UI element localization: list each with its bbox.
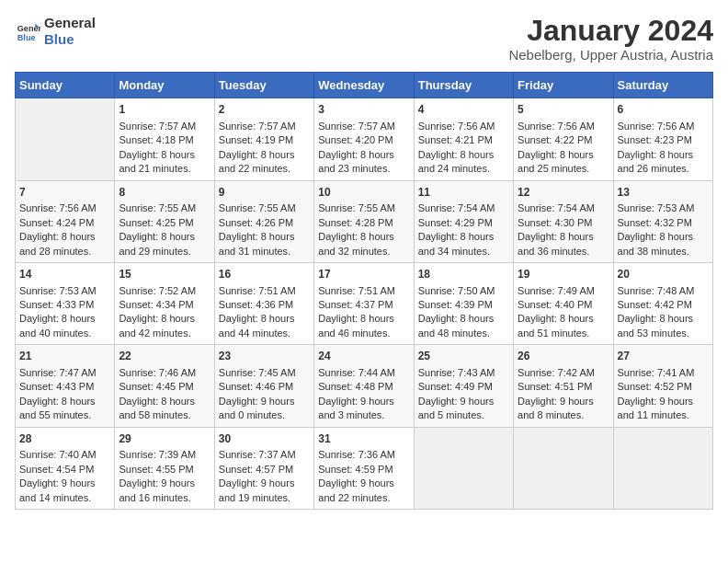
sunrise-text: Sunrise: 7:47 AM — [19, 366, 110, 380]
calendar-header: SundayMondayTuesdayWednesdayThursdayFrid… — [16, 73, 713, 98]
day-number: 25 — [418, 349, 509, 364]
daylight-text: Daylight: 8 hours and 26 minutes. — [618, 148, 709, 177]
week-row-2: 7Sunrise: 7:56 AMSunset: 4:24 PMDaylight… — [16, 180, 713, 262]
daylight-text: Daylight: 8 hours and 24 minutes. — [418, 148, 509, 177]
day-cell: 21Sunrise: 7:47 AMSunset: 4:43 PMDayligh… — [16, 345, 115, 427]
daylight-text: Daylight: 8 hours and 46 minutes. — [318, 312, 409, 340]
logo-general: General — [44, 15, 96, 31]
daylight-text: Daylight: 8 hours and 22 minutes. — [219, 148, 310, 177]
sunset-text: Sunset: 4:34 PM — [119, 298, 210, 312]
day-number: 22 — [119, 349, 210, 364]
day-number: 4 — [418, 102, 509, 118]
daylight-text: Daylight: 9 hours and 22 minutes. — [318, 477, 409, 505]
day-number: 9 — [219, 185, 310, 201]
sunset-text: Sunset: 4:57 PM — [219, 463, 310, 477]
day-cell: 30Sunrise: 7:37 AMSunset: 4:57 PMDayligh… — [214, 427, 313, 509]
day-cell: 9Sunrise: 7:55 AMSunset: 4:26 PMDaylight… — [214, 180, 313, 262]
sunset-text: Sunset: 4:52 PM — [618, 380, 709, 394]
daylight-text: Daylight: 8 hours and 51 minutes. — [518, 312, 609, 340]
day-cell — [613, 427, 712, 509]
sunrise-text: Sunrise: 7:48 AM — [618, 284, 709, 298]
day-cell — [414, 427, 513, 509]
sunset-text: Sunset: 4:21 PM — [418, 133, 509, 147]
day-number: 31 — [318, 431, 409, 447]
day-number: 28 — [19, 431, 110, 447]
day-cell: 31Sunrise: 7:36 AMSunset: 4:59 PMDayligh… — [314, 427, 414, 509]
day-cell: 17Sunrise: 7:51 AMSunset: 4:37 PMDayligh… — [314, 262, 414, 344]
sunset-text: Sunset: 4:29 PM — [418, 216, 509, 230]
day-cell: 28Sunrise: 7:40 AMSunset: 4:54 PMDayligh… — [16, 427, 115, 509]
sunrise-text: Sunrise: 7:56 AM — [418, 120, 509, 133]
sunset-text: Sunset: 4:20 PM — [318, 133, 409, 147]
day-number: 2 — [219, 102, 310, 118]
day-cell: 16Sunrise: 7:51 AMSunset: 4:36 PMDayligh… — [214, 262, 313, 344]
sunset-text: Sunset: 4:22 PM — [518, 133, 609, 147]
daylight-text: Daylight: 8 hours and 28 minutes. — [19, 230, 110, 259]
day-number: 21 — [19, 349, 110, 364]
day-number: 24 — [318, 349, 409, 364]
day-cell: 22Sunrise: 7:46 AMSunset: 4:45 PMDayligh… — [115, 345, 214, 427]
title-block: January 2024 Nebelberg, Upper Austria, A… — [508, 15, 713, 63]
header-day-saturday: Saturday — [613, 73, 712, 98]
daylight-text: Daylight: 8 hours and 44 minutes. — [219, 312, 310, 340]
logo-icon: General Blue — [15, 18, 40, 44]
day-number: 7 — [19, 185, 110, 201]
sunrise-text: Sunrise: 7:52 AM — [119, 284, 210, 298]
day-cell: 23Sunrise: 7:45 AMSunset: 4:46 PMDayligh… — [214, 345, 313, 427]
sunrise-text: Sunrise: 7:46 AM — [119, 366, 210, 380]
sunrise-text: Sunrise: 7:39 AM — [119, 448, 210, 462]
daylight-text: Daylight: 8 hours and 40 minutes. — [19, 312, 110, 340]
sunrise-text: Sunrise: 7:53 AM — [19, 284, 110, 298]
sunset-text: Sunset: 4:48 PM — [318, 380, 409, 394]
daylight-text: Daylight: 8 hours and 48 minutes. — [418, 312, 509, 340]
day-number: 14 — [19, 267, 110, 282]
sunrise-text: Sunrise: 7:49 AM — [518, 284, 609, 298]
day-cell: 2Sunrise: 7:57 AMSunset: 4:19 PMDaylight… — [214, 98, 313, 180]
day-cell: 15Sunrise: 7:52 AMSunset: 4:34 PMDayligh… — [115, 262, 214, 344]
sunset-text: Sunset: 4:45 PM — [119, 380, 210, 394]
day-cell: 26Sunrise: 7:42 AMSunset: 4:51 PMDayligh… — [514, 345, 613, 427]
day-number: 13 — [618, 185, 709, 201]
calendar-table: SundayMondayTuesdayWednesdayThursdayFrid… — [15, 72, 713, 510]
sunrise-text: Sunrise: 7:56 AM — [19, 201, 110, 215]
day-number: 6 — [618, 102, 709, 118]
day-number: 12 — [518, 185, 609, 201]
sunrise-text: Sunrise: 7:36 AM — [318, 448, 409, 462]
sunset-text: Sunset: 4:54 PM — [19, 463, 110, 477]
sunrise-text: Sunrise: 7:45 AM — [219, 366, 310, 380]
week-row-3: 14Sunrise: 7:53 AMSunset: 4:33 PMDayligh… — [16, 262, 713, 344]
sunrise-text: Sunrise: 7:54 AM — [518, 201, 609, 215]
sunrise-text: Sunrise: 7:56 AM — [618, 120, 709, 133]
day-cell — [16, 98, 115, 180]
day-cell: 13Sunrise: 7:53 AMSunset: 4:32 PMDayligh… — [613, 180, 712, 262]
day-number: 15 — [119, 267, 210, 282]
daylight-text: Daylight: 8 hours and 36 minutes. — [518, 230, 609, 259]
logo-blue: Blue — [44, 31, 96, 48]
day-number: 17 — [318, 267, 409, 282]
sunrise-text: Sunrise: 7:37 AM — [219, 448, 310, 462]
sunrise-text: Sunrise: 7:56 AM — [518, 120, 609, 133]
day-cell: 1Sunrise: 7:57 AMSunset: 4:18 PMDaylight… — [115, 98, 214, 180]
header-day-wednesday: Wednesday — [314, 73, 414, 98]
sunset-text: Sunset: 4:42 PM — [618, 298, 709, 312]
day-number: 18 — [418, 267, 509, 282]
sunset-text: Sunset: 4:59 PM — [318, 463, 409, 477]
header-day-sunday: Sunday — [16, 73, 115, 98]
sunset-text: Sunset: 4:39 PM — [418, 298, 509, 312]
day-cell: 5Sunrise: 7:56 AMSunset: 4:22 PMDaylight… — [514, 98, 613, 180]
svg-text:Blue: Blue — [17, 33, 36, 42]
day-number: 29 — [119, 431, 210, 447]
day-number: 30 — [219, 431, 310, 447]
day-cell: 11Sunrise: 7:54 AMSunset: 4:29 PMDayligh… — [414, 180, 513, 262]
sunrise-text: Sunrise: 7:40 AM — [19, 448, 110, 462]
day-cell: 6Sunrise: 7:56 AMSunset: 4:23 PMDaylight… — [613, 98, 712, 180]
sunset-text: Sunset: 4:37 PM — [318, 298, 409, 312]
daylight-text: Daylight: 9 hours and 11 minutes. — [618, 395, 709, 423]
sunset-text: Sunset: 4:46 PM — [219, 380, 310, 394]
day-number: 11 — [418, 185, 509, 201]
sunset-text: Sunset: 4:40 PM — [518, 298, 609, 312]
day-cell: 8Sunrise: 7:55 AMSunset: 4:25 PMDaylight… — [115, 180, 214, 262]
daylight-text: Daylight: 8 hours and 32 minutes. — [318, 230, 409, 259]
day-cell: 27Sunrise: 7:41 AMSunset: 4:52 PMDayligh… — [613, 345, 712, 427]
day-cell: 4Sunrise: 7:56 AMSunset: 4:21 PMDaylight… — [414, 98, 513, 180]
